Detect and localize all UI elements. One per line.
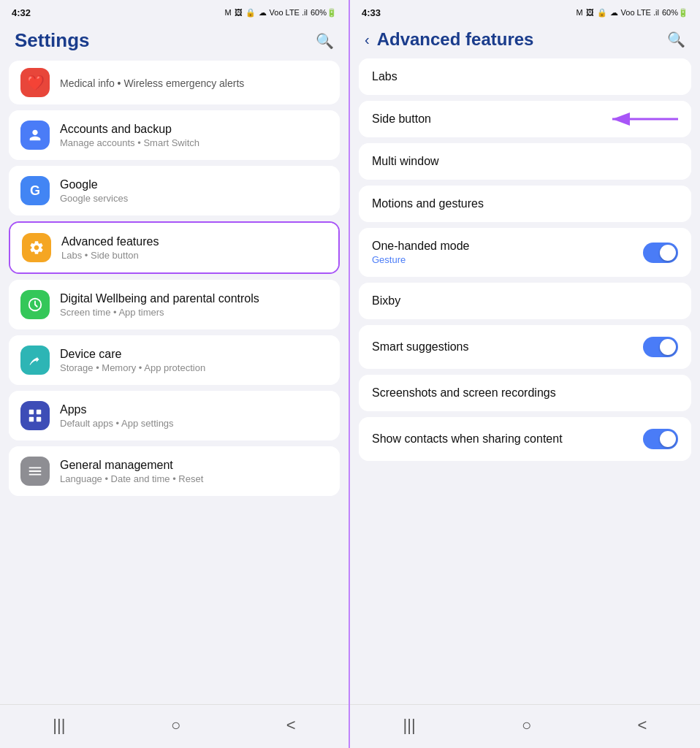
apps-group: Apps Default apps • App settings — [9, 391, 340, 440]
medical-text: Medical info • Wireless emergency alerts — [60, 77, 244, 89]
advanced-features-group: Advanced features Labs • Side button — [9, 221, 340, 274]
digital-text: Digital Wellbeing and parental controls … — [60, 292, 328, 318]
svg-rect-2 — [37, 410, 41, 414]
general-icon — [20, 457, 50, 486]
advanced-text: Advanced features Labs • Side button — [61, 235, 327, 261]
lock-icon-r: 🔒 — [597, 8, 607, 18]
general-group: General management Language • Date and t… — [9, 446, 340, 496]
apps-icon — [20, 401, 50, 430]
photo-icon: 🖼 — [235, 8, 243, 17]
multi-window-item[interactable]: Multi window — [359, 143, 691, 180]
apps-title: Apps — [60, 403, 328, 416]
settings-title: Settings — [15, 29, 90, 52]
back-btn-left[interactable]: < — [269, 710, 313, 741]
advanced-features-item[interactable]: Advanced features Labs • Side button — [10, 223, 338, 272]
time-left: 4:32 — [12, 7, 31, 18]
one-handed-title: One-handed mode — [372, 240, 643, 253]
time-right: 4:33 — [362, 7, 381, 18]
home-btn-left[interactable]: ○ — [153, 710, 198, 741]
contacts-sharing-group: Show contacts when sharing content — [359, 417, 691, 461]
advanced-features-title: Advanced features — [377, 29, 660, 50]
device-group: Device care Storage • Memory • App prote… — [9, 335, 340, 385]
smart-suggestions-toggle[interactable] — [643, 337, 678, 357]
motions-item[interactable]: Motions and gestures — [359, 186, 691, 222]
google-text: Google Google services — [60, 178, 328, 204]
accounts-title: Accounts and backup — [60, 123, 328, 136]
screenshots-title: Screenshots and screen recordings — [372, 386, 678, 400]
apps-item[interactable]: Apps Default apps • App settings — [9, 391, 340, 440]
device-icon — [20, 346, 50, 375]
one-handed-item[interactable]: One-handed mode Gesture — [359, 228, 691, 277]
mail-icon-r: M — [576, 8, 582, 17]
digital-icon — [20, 290, 50, 319]
general-text: General management Language • Date and t… — [60, 459, 328, 484]
google-group: G Google Google services — [9, 166, 340, 215]
apps-text: Apps Default apps • App settings — [60, 403, 328, 429]
battery-icon: 60%🔋 — [311, 8, 337, 18]
motions-group: Motions and gestures — [359, 186, 691, 222]
svg-rect-4 — [37, 417, 41, 421]
battery-icon-r: 60%🔋 — [662, 8, 688, 18]
side-button-item[interactable]: Side button — [359, 101, 691, 137]
device-subtitle: Storage • Memory • App protection — [60, 362, 328, 373]
digital-item[interactable]: Digital Wellbeing and parental controls … — [9, 280, 340, 329]
right-phone-panel: 4:33 M 🖼 🔒 ☁ Voo LTE .il 60%🔋 ‹ Advanced… — [350, 0, 700, 748]
settings-list: ❤️ Medical info • Wireless emergency ale… — [0, 61, 349, 704]
status-bar-right: 4:33 M 🖼 🔒 ☁ Voo LTE .il 60%🔋 — [350, 0, 700, 23]
apps-subtitle: Default apps • App settings — [60, 418, 328, 429]
smart-group: Smart suggestions — [359, 325, 691, 369]
general-subtitle: Language • Date and time • Reset — [60, 473, 328, 484]
back-button[interactable]: ‹ — [365, 31, 370, 48]
general-item[interactable]: General management Language • Date and t… — [9, 446, 340, 496]
side-button-group: Side button — [359, 101, 691, 137]
bixby-item[interactable]: Bixby — [359, 283, 691, 319]
back-btn-right[interactable]: < — [620, 710, 665, 741]
accounts-group: Accounts and backup Manage accounts • Sm… — [9, 110, 340, 160]
advanced-features-list: Labs Side button — [350, 58, 700, 704]
lock-icon: 🔒 — [246, 8, 256, 18]
labs-group: Labs — [359, 58, 691, 95]
advanced-subtitle: Labs • Side button — [61, 250, 327, 261]
accounts-icon — [20, 121, 50, 150]
settings-header: Settings 🔍 — [0, 23, 349, 61]
bixby-group: Bixby — [359, 283, 691, 319]
labs-title: Labs — [372, 70, 678, 83]
multi-window-title: Multi window — [372, 155, 678, 168]
search-icon-right[interactable]: 🔍 — [667, 31, 685, 48]
purple-arrow-annotation — [598, 106, 685, 132]
accounts-text: Accounts and backup Manage accounts • Sm… — [60, 123, 328, 148]
device-title: Device care — [60, 348, 328, 361]
bixby-title: Bixby — [372, 294, 678, 308]
accounts-item[interactable]: Accounts and backup Manage accounts • Sm… — [9, 110, 340, 160]
device-item[interactable]: Device care Storage • Memory • App prote… — [9, 335, 340, 385]
digital-group: Digital Wellbeing and parental controls … — [9, 280, 340, 329]
general-title: General management — [60, 459, 328, 472]
status-bar-left: 4:32 M 🖼 🔒 ☁ Voo LTE .il 60%🔋 — [0, 0, 349, 23]
search-icon-left[interactable]: 🔍 — [316, 32, 334, 50]
advanced-features-header: ‹ Advanced features 🔍 — [350, 23, 700, 58]
smart-suggestions-title: Smart suggestions — [372, 340, 643, 354]
contacts-sharing-toggle[interactable] — [643, 429, 678, 449]
one-handed-toggle[interactable] — [643, 243, 678, 263]
contacts-sharing-title: Show contacts when sharing content — [372, 432, 643, 446]
screenshots-group: Screenshots and screen recordings — [359, 375, 691, 411]
screenshots-item[interactable]: Screenshots and screen recordings — [359, 375, 691, 411]
home-btn-right[interactable]: ○ — [504, 710, 549, 741]
google-item[interactable]: G Google Google services — [9, 166, 340, 215]
signal-icon-r: Voo LTE .il — [621, 8, 659, 17]
labs-item[interactable]: Labs — [359, 58, 691, 95]
medical-icon: ❤️ — [20, 68, 50, 97]
contacts-sharing-item[interactable]: Show contacts when sharing content — [359, 417, 691, 461]
google-title: Google — [60, 178, 328, 191]
smart-suggestions-item[interactable]: Smart suggestions — [359, 325, 691, 369]
medical-info-item[interactable]: ❤️ Medical info • Wireless emergency ale… — [9, 61, 340, 104]
status-icons-left: M 🖼 🔒 ☁ Voo LTE .il 60%🔋 — [224, 8, 337, 18]
digital-title: Digital Wellbeing and parental controls — [60, 292, 328, 305]
wifi-icon: ☁ — [259, 8, 267, 18]
digital-subtitle: Screen time • App timers — [60, 307, 328, 318]
recents-btn-left[interactable]: ||| — [35, 710, 83, 741]
wifi-icon-r: ☁ — [610, 8, 618, 18]
recents-btn-right[interactable]: ||| — [386, 710, 433, 741]
bottom-nav-right: ||| ○ < — [350, 704, 700, 748]
signal-icon: Voo LTE .il — [270, 8, 308, 17]
